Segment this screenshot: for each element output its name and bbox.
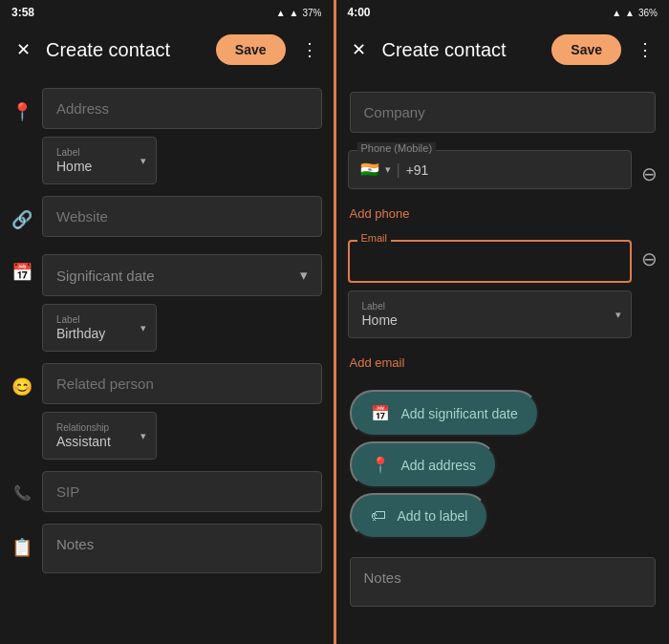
add-address-button[interactable]: 📍 Add address xyxy=(350,441,498,488)
more-button-right[interactable]: ⋮ xyxy=(633,35,658,64)
significant-date-labeled: Significant date ▾ xyxy=(42,254,322,296)
address-content: Label Home ▾ xyxy=(42,88,322,184)
add-email-link[interactable]: Add email xyxy=(350,350,657,372)
address-label-text: Label xyxy=(56,147,121,158)
sip-icon: 📞 xyxy=(11,484,32,502)
page-title-left: Create contact xyxy=(46,39,205,61)
status-bar-right: 4:00 ▲ ▲ 36% xyxy=(336,0,670,25)
phone-input-row[interactable]: 🇮🇳 ▾ | +91 xyxy=(348,150,633,189)
content-left: 📍 Label Home ▾ 🔗 📅 xyxy=(0,75,334,644)
significant-date-input[interactable]: Significant date ▾ xyxy=(42,254,322,296)
email-input[interactable] xyxy=(348,240,633,283)
add-phone-link[interactable]: Add phone xyxy=(350,201,657,223)
label-btn-icon: 🏷 xyxy=(371,507,386,525)
content-right: Phone (Mobile) 🇮🇳 ▾ | +91 ⊖ Add phone Em… xyxy=(336,75,670,644)
pin-btn-icon: 📍 xyxy=(371,456,390,474)
address-row: 📍 Label Home ▾ xyxy=(0,82,334,190)
top-bar-right: ✕ Create contact Save ⋮ xyxy=(336,25,670,75)
more-button-left[interactable]: ⋮ xyxy=(297,35,322,64)
notes-row-left: 📋 Notes xyxy=(0,518,334,579)
time-left: 3:58 xyxy=(11,6,34,19)
dropdown-arrow-phone: ▾ xyxy=(385,163,391,176)
status-icons-left: ▲ ▲ 37% xyxy=(276,8,322,18)
notes-row-right: Notes xyxy=(336,551,670,612)
related-person-input[interactable] xyxy=(42,363,322,404)
birthday-arrow: ▾ xyxy=(140,322,146,334)
screen-right: 4:00 ▲ ▲ 36% ✕ Create contact Save ⋮ Pho… xyxy=(336,0,670,644)
relationship-label-value: Assistant xyxy=(56,434,121,449)
phone-label-text: Phone (Mobile) xyxy=(357,142,437,154)
link-icon: 🔗 xyxy=(11,209,32,230)
person-icon: 😊 xyxy=(11,376,32,397)
related-person-content: Relationship Assistant ▾ xyxy=(42,363,322,460)
birthday-label-value: Birthday xyxy=(56,326,121,341)
flag-india: 🇮🇳 xyxy=(360,161,379,179)
relationship-dropdown[interactable]: Relationship Assistant ▾ xyxy=(42,412,157,460)
remove-phone-button[interactable]: ⊖ xyxy=(641,162,658,185)
add-to-label-label: Add to label xyxy=(398,508,468,524)
notes-icon-left: 📋 xyxy=(11,537,32,558)
phone-content: Phone (Mobile) 🇮🇳 ▾ | +91 xyxy=(348,144,633,189)
notes-input-left[interactable]: Notes xyxy=(42,524,322,573)
signal-icon-right: ▲ xyxy=(625,8,635,18)
address-label-dropdown[interactable]: Label Home ▾ xyxy=(42,137,157,184)
remove-email-button[interactable]: ⊖ xyxy=(641,247,658,270)
screen-left: 3:58 ▲ ▲ 37% ✕ Create contact Save ⋮ 📍 L… xyxy=(0,0,334,644)
add-significant-date-button[interactable]: 📅 Add significant date xyxy=(350,390,539,437)
phone-row: Phone (Mobile) 🇮🇳 ▾ | +91 ⊖ xyxy=(336,139,670,195)
save-button-left[interactable]: Save xyxy=(216,34,286,65)
country-code: +91 xyxy=(406,162,429,178)
significant-date-value: Significant date xyxy=(56,268,155,284)
battery-right: 36% xyxy=(638,8,658,18)
add-email-row: Add email xyxy=(336,344,670,377)
calendar-icon: 📅 xyxy=(11,262,32,283)
notes-content-left: Notes xyxy=(42,524,322,573)
website-row: 🔗 xyxy=(0,190,334,243)
significant-date-row: 📅 Significant date ▾ Label Birthday ▾ xyxy=(0,243,334,357)
address-label-value: Home xyxy=(56,159,121,174)
email-home-label-text: Label xyxy=(362,301,597,311)
signal-icon: ▲ xyxy=(290,8,299,18)
company-input[interactable] xyxy=(350,92,657,133)
sip-content xyxy=(42,471,322,512)
email-home-label-value: Home xyxy=(362,312,597,328)
top-bar-left: ✕ Create contact Save ⋮ xyxy=(0,25,334,75)
close-button-right[interactable]: ✕ xyxy=(348,39,371,60)
address-label-arrow: ▾ xyxy=(140,155,146,167)
location-icon: 📍 xyxy=(11,101,32,122)
wifi-icon-right: ▲ xyxy=(612,8,621,18)
add-significant-date-label: Add significant date xyxy=(401,406,518,421)
birthday-label-text: Label xyxy=(56,314,121,325)
related-person-row: 😊 Relationship Assistant ▾ xyxy=(0,357,334,465)
sip-input[interactable] xyxy=(42,471,322,512)
relationship-label-text: Relationship xyxy=(56,422,121,433)
significant-date-content: Significant date ▾ Label Birthday ▾ xyxy=(42,248,322,352)
calendar-btn-icon: 📅 xyxy=(371,404,390,422)
company-row xyxy=(336,82,670,139)
relationship-arrow: ▾ xyxy=(140,430,146,442)
sip-row: 📞 xyxy=(0,465,334,518)
status-bar-left: 3:58 ▲ ▲ 37% xyxy=(0,0,334,25)
email-row: Email Label Home ▾ ⊖ xyxy=(336,228,670,344)
phone-labeled: Phone (Mobile) 🇮🇳 ▾ | +91 xyxy=(348,150,633,189)
significant-date-arrow: ▾ xyxy=(300,267,308,284)
save-button-right[interactable]: Save xyxy=(551,34,621,65)
page-title-right: Create contact xyxy=(382,39,541,61)
email-content: Email Label Home ▾ xyxy=(348,234,633,338)
add-to-label-button[interactable]: 🏷 Add to label xyxy=(350,493,489,539)
website-content xyxy=(42,196,322,237)
status-icons-right: ▲ ▲ 36% xyxy=(612,8,658,18)
website-input[interactable] xyxy=(42,196,322,237)
birthday-label-dropdown[interactable]: Label Birthday ▾ xyxy=(42,304,157,352)
time-right: 4:00 xyxy=(348,6,371,19)
add-address-label: Add address xyxy=(401,458,477,473)
close-button-left[interactable]: ✕ xyxy=(11,39,34,60)
email-labeled: Email xyxy=(348,240,633,283)
add-phone-row: Add phone xyxy=(336,195,670,228)
battery-left: 37% xyxy=(302,8,321,18)
email-label-text: Email xyxy=(357,232,392,244)
address-input[interactable] xyxy=(42,88,322,129)
email-label-dropdown[interactable]: Label Home ▾ xyxy=(348,290,633,338)
notes-input-right[interactable]: Notes xyxy=(350,557,657,607)
wifi-icon: ▲ xyxy=(276,8,286,18)
